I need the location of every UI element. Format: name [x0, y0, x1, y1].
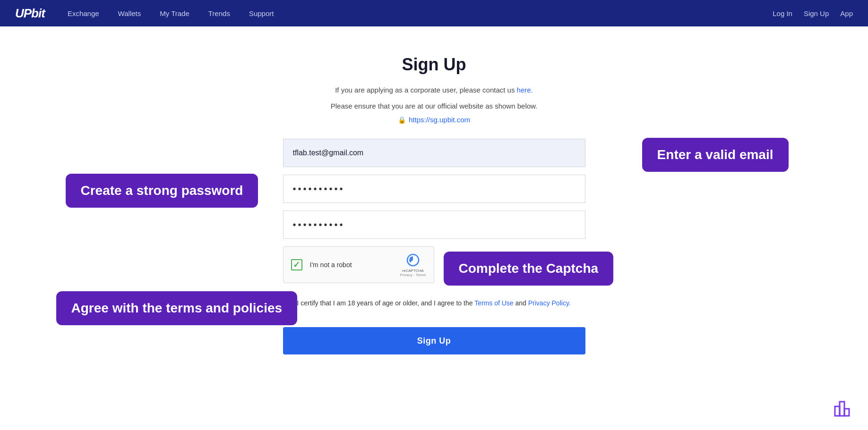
signup-button[interactable]: Sign Up — [283, 327, 585, 354]
captcha-tooltip: Complete the Captcha — [444, 252, 614, 286]
confirm-password-wrapper — [283, 211, 585, 243]
nav-support[interactable]: Support — [249, 9, 274, 17]
nav-links: Exchange Wallets My Trade Trends Support — [68, 9, 773, 17]
nav-wallets[interactable]: Wallets — [118, 9, 141, 17]
email-input[interactable] — [283, 139, 585, 167]
password-tooltip: Create a strong password — [66, 174, 258, 208]
email-field-wrapper: Enter a valid email — [283, 139, 585, 171]
official-url-link[interactable]: https://sg.upbit.com — [409, 116, 470, 124]
bottom-right-decoration — [830, 392, 859, 421]
recaptcha-label: reCAPTCHA Privacy - Terms — [400, 269, 426, 277]
nav-right: Log In Sign Up App — [773, 9, 853, 17]
subtitle-line1: If you are applying as a corporate user,… — [335, 84, 533, 96]
recaptcha-icon — [405, 253, 421, 268]
signup-form: Enter a valid email Create a strong pass… — [283, 139, 585, 354]
captcha-logo: reCAPTCHA Privacy - Terms — [400, 253, 426, 277]
nav-trends[interactable]: Trends — [208, 9, 230, 17]
password-field-wrapper: Create a strong password — [283, 175, 585, 207]
captcha-label: I'm not a robot — [310, 261, 393, 269]
nav-login[interactable]: Log In — [773, 9, 792, 17]
nav-mytrade[interactable]: My Trade — [160, 9, 189, 17]
password-input[interactable] — [283, 175, 585, 203]
captcha-box[interactable]: ✓ I'm not a robot reCAPTCHA Privacy - Te… — [283, 246, 434, 283]
nav-exchange[interactable]: Exchange — [68, 9, 99, 17]
logo[interactable]: UPbit — [15, 6, 45, 21]
here-link[interactable]: here. — [517, 86, 533, 94]
captcha-checkbox: ✓ — [291, 259, 302, 270]
main-content: Sign Up If you are applying as a corpora… — [0, 26, 868, 354]
terms-row: ✓ I certify that I am 18 years of age or… — [283, 298, 585, 308]
captcha-checkmark: ✓ — [293, 260, 300, 270]
terms-row-wrapper: ✓ I certify that I am 18 years of age or… — [283, 298, 585, 318]
lock-icon: 🔒 — [398, 116, 406, 124]
official-url: 🔒 https://sg.upbit.com — [398, 116, 470, 124]
terms-of-use-link[interactable]: Terms of Use — [474, 299, 513, 307]
navbar: UPbit Exchange Wallets My Trade Trends S… — [0, 0, 868, 26]
nav-app[interactable]: App — [840, 9, 853, 17]
email-tooltip: Enter a valid email — [642, 138, 789, 172]
nav-signup[interactable]: Sign Up — [804, 9, 829, 17]
subtitle-line2: Please ensure that you are at our offici… — [331, 100, 537, 112]
captcha-row: ✓ I'm not a robot reCAPTCHA Privacy - Te… — [283, 246, 585, 291]
terms-text: I certify that I am 18 years of age or o… — [297, 298, 571, 308]
terms-tooltip: Agree with the terms and policies — [56, 291, 298, 325]
page-title: Sign Up — [402, 55, 466, 75]
privacy-policy-link[interactable]: Privacy Policy. — [528, 299, 571, 307]
confirm-password-input[interactable] — [283, 211, 585, 239]
